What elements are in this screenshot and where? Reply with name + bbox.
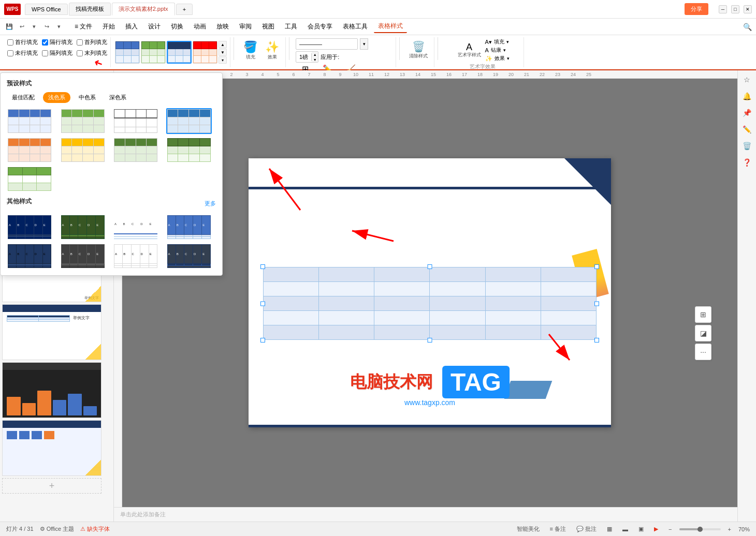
table-cell[interactable] — [319, 311, 374, 325]
rt-btn-3[interactable]: 📌 — [740, 106, 754, 120]
handle-tc[interactable] — [428, 264, 432, 269]
table-cell[interactable] — [430, 325, 485, 340]
other-item-5[interactable]: ABCDE — [7, 243, 52, 269]
menu-slideshow[interactable]: 放映 — [212, 21, 233, 33]
style-button[interactable]: ◪ — [695, 325, 711, 341]
table-cell[interactable] — [430, 267, 485, 282]
fill-button[interactable]: 🪣 填充 — [240, 38, 260, 63]
table-cell[interactable] — [374, 282, 430, 296]
save-quick-btn[interactable]: 💾 — [4, 22, 14, 32]
table-cell[interactable] — [374, 325, 430, 340]
more-link[interactable]: 更多 — [205, 200, 216, 207]
menu-review[interactable]: 审阅 — [235, 21, 256, 33]
cb-first-row-fill[interactable]: 首行填充 — [7, 38, 38, 46]
cb-last-row-fill[interactable]: 未行填充 — [7, 49, 38, 57]
line-weight-up[interactable]: ▲ — [312, 52, 318, 57]
minimize-button[interactable]: ─ — [719, 5, 727, 13]
table-cell[interactable] — [541, 282, 596, 296]
table-cell[interactable] — [541, 296, 596, 311]
table-cell[interactable] — [430, 311, 485, 325]
zoom-slider[interactable] — [679, 528, 721, 530]
cb-alt-col-fill[interactable]: 隔列填充 — [42, 49, 72, 57]
zoom-out-btn[interactable]: − — [665, 525, 675, 533]
comments-btn[interactable]: 💬 批注 — [573, 524, 600, 534]
tsp-item-4[interactable] — [193, 41, 217, 64]
cb-first-row-fill-input[interactable] — [7, 39, 13, 46]
zoom-handle[interactable] — [697, 527, 703, 532]
other-item-8[interactable]: ABCDE — [166, 243, 212, 269]
table-cell[interactable] — [430, 282, 485, 296]
style-item-6[interactable] — [60, 137, 106, 163]
table-cell[interactable] — [264, 267, 319, 282]
other-item-4[interactable]: ABCDE — [166, 214, 212, 240]
handle-bc[interactable] — [428, 338, 432, 343]
rt-btn-1[interactable]: ☆ — [740, 72, 754, 87]
play-btn[interactable]: ▶ — [651, 525, 661, 533]
rt-btn-4[interactable]: ✏️ — [740, 122, 754, 137]
other-item-2[interactable]: ABCDE — [60, 214, 106, 240]
other-item-7[interactable]: ABCDE — [113, 243, 158, 269]
handle-tr[interactable] — [594, 264, 599, 269]
redo-btn[interactable]: ↪ — [41, 22, 52, 32]
table-cell[interactable] — [319, 282, 374, 296]
slide-table[interactable] — [263, 267, 597, 340]
tsp-item-1[interactable] — [115, 41, 140, 64]
other-item-6[interactable]: ABCDE — [60, 243, 106, 269]
rt-btn-6[interactable]: ❓ — [740, 155, 754, 170]
undo-dropdown-btn[interactable]: ▾ — [29, 22, 39, 32]
style-item-9[interactable] — [7, 166, 52, 192]
menu-table-style[interactable]: 表格样式 — [374, 20, 407, 33]
style-item-8[interactable] — [166, 137, 212, 163]
table-cell[interactable] — [264, 296, 319, 311]
table-cell[interactable] — [541, 325, 596, 340]
other-item-1[interactable]: ABCDE — [7, 214, 52, 240]
undo-btn[interactable]: ↩ — [17, 22, 27, 32]
tab-new[interactable]: + — [176, 4, 193, 15]
view-slide-btn[interactable]: ▣ — [635, 525, 647, 533]
clear-style-button[interactable]: 🗑️ 清除样式 — [406, 38, 431, 62]
zoom-in-btn[interactable]: + — [725, 525, 734, 533]
tsp-expand[interactable]: ▾ — [219, 56, 227, 64]
menu-start[interactable]: 开始 — [98, 21, 119, 33]
other-item-3[interactable]: ABCDE — [113, 214, 158, 240]
menu-animation[interactable]: 动画 — [190, 21, 210, 33]
cb-alt-row-fill-input[interactable] — [42, 39, 48, 46]
handle-ml[interactable] — [260, 301, 265, 306]
rt-btn-5[interactable]: 🗑️ — [740, 139, 754, 153]
tab-templates[interactable]: 找稿壳模板 — [69, 3, 111, 16]
menu-tools[interactable]: 工具 — [281, 21, 301, 33]
table-cell[interactable] — [319, 267, 374, 282]
style-tab-dark[interactable]: 深色系 — [104, 92, 132, 103]
handle-tl[interactable] — [260, 264, 265, 269]
menu-view[interactable]: 视图 — [258, 21, 279, 33]
line-style-select[interactable]: ———— — [296, 38, 358, 50]
maximize-button[interactable]: □ — [731, 5, 739, 13]
view-normal-btn[interactable]: ▦ — [604, 525, 615, 533]
handle-br[interactable] — [594, 338, 599, 343]
style-item-1[interactable] — [7, 108, 52, 134]
cb-alt-col-fill-input[interactable] — [42, 50, 48, 56]
cb-first-col-fill[interactable]: 首列填充 — [77, 38, 107, 46]
menu-design[interactable]: 设计 — [144, 21, 165, 33]
art-effect-dropdown[interactable]: ▾ — [507, 56, 510, 61]
table-cell[interactable] — [319, 325, 374, 340]
art-text-style-button[interactable]: A 艺术字样式 — [456, 41, 483, 59]
add-slide-button[interactable]: + — [2, 478, 101, 494]
table-cell[interactable] — [374, 267, 430, 282]
table-cell[interactable] — [485, 267, 541, 282]
tab-wps-office[interactable]: WPS Office — [25, 4, 68, 15]
notes-bar[interactable]: 单击此处添加备注 — [114, 507, 737, 522]
table-cell[interactable] — [374, 296, 430, 311]
table-cell[interactable] — [485, 311, 541, 325]
cb-first-col-fill-input[interactable] — [77, 39, 83, 46]
table-cell[interactable] — [485, 282, 541, 296]
effect-button[interactable]: ✨ 效果 — [262, 38, 282, 63]
cb-last-col-fill-input[interactable] — [77, 50, 83, 56]
table-cell[interactable] — [485, 296, 541, 311]
line-style-dropdown[interactable]: ▾ — [360, 38, 368, 50]
table-cell[interactable] — [430, 296, 485, 311]
style-item-3[interactable] — [113, 108, 158, 134]
text-fill-dropdown[interactable]: ▾ — [506, 39, 509, 44]
rt-btn-2[interactable]: 🔔 — [740, 89, 754, 103]
style-item-2[interactable] — [60, 108, 106, 134]
